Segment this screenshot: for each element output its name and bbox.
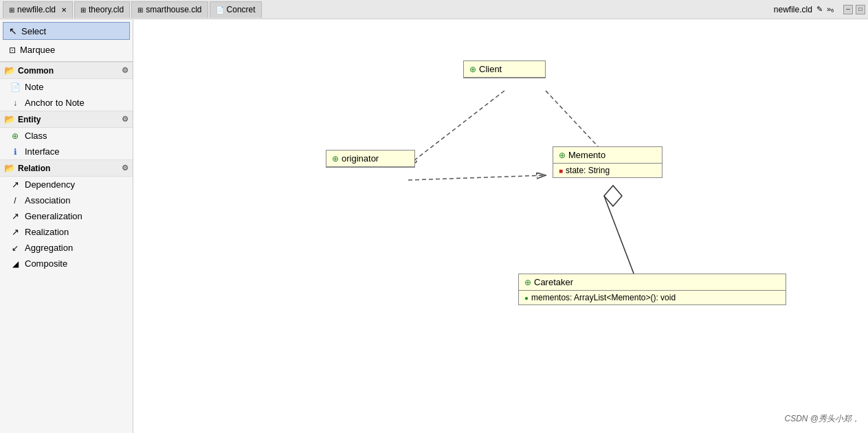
svg-line-0 [408,91,504,165]
common-section-header[interactable]: 📂 Common ⚙ [0,62,133,79]
memento-label: Memento [568,150,605,160]
uml-box-memento[interactable]: ⊕ Memento ■ state: String [553,146,663,178]
sidebar-item-class[interactable]: ⊕ Class [0,128,133,144]
aggregation-label: Aggregation [25,243,73,253]
realization-icon: ↗ [10,227,21,237]
tab-smarthouse[interactable]: ⊞ smarthouse.cld [131,1,208,18]
tab-icon-theory: ⊞ [80,6,86,14]
tab-icon-newfile: ⊞ [9,6,14,14]
svg-marker-4 [604,186,622,206]
class-icon-originator: ⊕ [332,154,339,164]
marquee-label: Marquee [20,45,55,55]
uml-header-memento: ⊕ Memento [553,147,662,164]
relation-gear-icon[interactable]: ⚙ [122,164,129,173]
tab-bar-right: newfile.cld ✎ »₆ ─ □ [774,5,865,14]
tab-more-icon[interactable]: »₆ [827,5,834,14]
tool-buttons: ↖ Select ⊡ Marquee [0,19,133,62]
common-label: Common [18,66,54,76]
attr-red-icon: ■ [559,167,563,175]
entity-label: Entity [18,115,41,124]
tab-theory[interactable]: ⊞ theory.cld [74,1,130,18]
minimize-button[interactable]: ─ [843,5,853,14]
sidebar: ↖ Select ⊡ Marquee 📂 Common ⚙ 📄 Note ↓ A… [0,19,133,433]
class-label: Class [25,131,47,141]
memento-attr-state: ■ state: String [553,164,662,177]
marquee-button[interactable]: ⊡ Marquee [3,41,130,58]
note-label: Note [25,82,43,92]
uml-header-originator: ⊕ originator [326,151,414,167]
uml-header-client: ⊕ Client [464,61,545,78]
select-button[interactable]: ↖ Select [3,22,130,40]
tab-label-smarthouse: smarthouse.cld [146,5,201,14]
sidebar-item-realization[interactable]: ↗ Realization [0,224,133,240]
relation-section-header[interactable]: 📂 Relation ⚙ [0,159,133,177]
originator-label: originator [342,153,379,164]
sidebar-item-interface[interactable]: ℹ Interface [0,144,133,159]
uml-header-caretaker: ⊕ Caretaker [519,274,786,291]
tab-label-theory: theory.cld [89,5,124,14]
tab-edit-icon[interactable]: ✎ [816,5,823,14]
window-controls: ─ □ [843,5,865,14]
dependency-icon: ↗ [10,179,21,190]
class-icon-memento: ⊕ [559,151,566,160]
aggregation-icon: ↙ [10,243,21,253]
dependency-label: Dependency [25,179,75,190]
common-folder-icon: 📂 [4,65,15,76]
client-label: Client [479,64,502,74]
note-icon: 📄 [10,82,21,92]
entity-section-header[interactable]: 📂 Entity ⚙ [0,111,133,128]
tab-label-concret: Concret [227,5,256,14]
relation-label: Relation [18,164,50,173]
association-icon: / [10,196,21,206]
marquee-icon: ⊡ [9,45,16,55]
watermark: CSDN @秀头小郑， [784,413,860,425]
caretaker-label: Caretaker [534,277,573,287]
entity-folder-icon: 📂 [4,114,15,124]
tab-newfile[interactable]: ⊞ newfile.cld ✕ [3,1,73,18]
maximize-button[interactable]: □ [856,5,865,14]
sidebar-item-aggregation[interactable]: ↙ Aggregation [0,240,133,256]
diagram-svg [133,19,868,433]
uml-box-caretaker[interactable]: ⊕ Caretaker ● mementos: ArrayList<Mement… [518,274,786,305]
svg-line-2 [408,175,546,180]
caretaker-mementos-text: mementos: ArrayList<Memento>(): void [531,293,676,302]
memento-state-text: state: String [566,166,610,175]
association-label: Association [25,195,70,206]
tab-icon-smarthouse: ⊞ [137,6,143,14]
generalization-icon: ↗ [10,211,21,221]
anchor-label: Anchor to Note [25,98,85,108]
generalization-label: Generalization [25,211,82,221]
sidebar-item-dependency[interactable]: ↗ Dependency [0,177,133,192]
class-icon-caretaker: ⊕ [524,278,531,287]
tab-icon-concret: 📄 [216,6,224,14]
sidebar-item-composite[interactable]: ◢ Composite [0,256,133,271]
attr-green-icon: ● [524,294,528,302]
sidebar-item-anchor[interactable]: ↓ Anchor to Note [0,95,133,111]
tab-close-newfile[interactable]: ✕ [61,6,67,14]
uml-box-client[interactable]: ⊕ Client [463,60,546,78]
cursor-icon: ↖ [9,25,17,36]
anchor-icon: ↓ [10,98,21,108]
svg-line-3 [604,196,635,277]
canvas-area[interactable]: ⊕ Client ⊕ originator ⊕ Memento ■ state:… [133,19,868,433]
uml-box-originator[interactable]: ⊕ originator [326,150,415,168]
select-label: Select [21,26,46,36]
active-tab-label: newfile.cld [774,5,812,14]
composite-icon: ◢ [10,259,21,269]
tab-concret[interactable]: 📄 Concret [210,1,262,18]
tab-label-newfile: newfile.cld [17,5,56,14]
composite-label: Composite [25,258,67,269]
main-layout: ↖ Select ⊡ Marquee 📂 Common ⚙ 📄 Note ↓ A… [0,19,868,433]
interface-label: Interface [25,146,60,157]
class-icon-client: ⊕ [469,65,476,74]
entity-gear-icon[interactable]: ⚙ [122,115,129,124]
caretaker-attr-mementos: ● mementos: ArrayList<Memento>(): void [519,291,786,304]
sidebar-item-association[interactable]: / Association [0,192,133,208]
sidebar-item-generalization[interactable]: ↗ Generalization [0,208,133,224]
common-gear-icon[interactable]: ⚙ [122,66,129,75]
interface-icon: ℹ [10,147,21,157]
class-icon: ⊕ [10,131,21,141]
sidebar-item-note[interactable]: 📄 Note [0,79,133,95]
realization-label: Realization [25,227,69,237]
tab-bar: ⊞ newfile.cld ✕ ⊞ theory.cld ⊞ smarthous… [0,0,868,19]
